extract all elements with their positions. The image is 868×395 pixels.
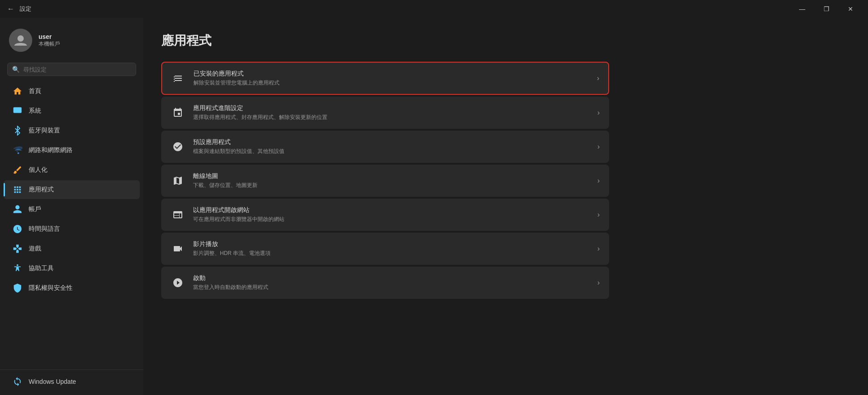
titlebar-title: 設定 (20, 5, 31, 13)
maximize-button[interactable]: ❐ (816, 2, 837, 16)
settings-item-installed-apps[interactable]: 已安裝的應用程式 解除安裝並管理您電腦上的應用程式 › (161, 62, 609, 95)
video-playback-chevron: › (597, 245, 600, 253)
startup-desc: 當您登入時自動啟動的應用程式 (193, 284, 589, 291)
home-icon (13, 86, 22, 96)
sidebar-item-network-label: 網路和網際網路 (29, 146, 73, 154)
sidebar-item-home[interactable]: 首頁 (4, 82, 140, 101)
close-button[interactable]: ✕ (840, 2, 861, 16)
app-container: user 本機帳戶 🔍 首頁 系統 (0, 18, 868, 395)
sidebar-item-personalize[interactable]: 個人化 (4, 161, 140, 179)
offline-maps-text: 離線地圖 下載、儲存位置、地圖更新 (193, 172, 589, 189)
default-apps-text: 預設應用程式 檔案與連結類型的預設值、其他預設值 (193, 138, 589, 155)
sidebar: user 本機帳戶 🔍 首頁 系統 (0, 18, 143, 395)
websites-desc: 可在應用程式而非瀏覽器中開啟的網站 (193, 216, 589, 223)
video-playback-text: 影片播放 影片調整、HDR 串流、電池選項 (193, 240, 589, 257)
user-subtitle: 本機帳戶 (39, 40, 60, 48)
advanced-settings-text: 應用程式進階設定 選擇取得應用程式、封存應用程式、解除安裝更新的位置 (193, 104, 589, 121)
offline-maps-chevron: › (597, 177, 600, 185)
settings-item-startup[interactable]: 啟動 當您登入時自動啟動的應用程式 › (161, 267, 609, 299)
default-apps-desc: 檔案與連結類型的預設值、其他預設值 (193, 148, 589, 155)
bluetooth-icon (13, 126, 22, 136)
settings-item-websites[interactable]: 以應用程式開啟網站 可在應用程式而非瀏覽器中開啟的網站 › (161, 199, 609, 231)
installed-apps-chevron: › (597, 74, 599, 82)
svg-point-0 (17, 35, 24, 42)
nav-items: 首頁 系統 藍牙與裝置 網路和網際網路 (0, 81, 143, 391)
sidebar-item-apps[interactable]: 應用程式 (4, 180, 140, 199)
sidebar-item-windowsupdate[interactable]: Windows Update (4, 372, 140, 391)
network-icon (13, 145, 22, 155)
sidebar-item-bluetooth-label: 藍牙與裝置 (29, 127, 60, 135)
websites-title: 以應用程式開啟網站 (193, 206, 589, 214)
search-box[interactable]: 🔍 (7, 63, 136, 76)
search-input[interactable] (23, 66, 131, 73)
settings-item-default-apps[interactable]: 預設應用程式 檔案與連結類型的預設值、其他預設值 › (161, 131, 609, 163)
gaming-icon (13, 244, 22, 254)
websites-text: 以應用程式開啟網站 可在應用程式而非瀏覽器中開啟的網站 (193, 206, 589, 223)
installed-apps-title: 已安裝的應用程式 (193, 70, 589, 78)
accessibility-icon (13, 263, 22, 273)
sidebar-item-privacy[interactable]: 隱私權與安全性 (4, 279, 140, 297)
video-playback-icon (171, 242, 185, 256)
personalize-icon (13, 165, 22, 175)
advanced-settings-desc: 選擇取得應用程式、封存應用程式、解除安裝更新的位置 (193, 114, 589, 121)
svg-point-3 (17, 264, 18, 266)
search-icon: 🔍 (12, 66, 20, 73)
startup-icon (171, 276, 185, 290)
titlebar-controls: — ❐ ✕ (792, 2, 861, 16)
user-profile[interactable]: user 本機帳戶 (0, 21, 143, 61)
back-button[interactable]: ← (7, 5, 14, 13)
offline-maps-icon (171, 174, 185, 188)
sidebar-item-system-label: 系統 (29, 107, 41, 115)
installed-apps-text: 已安裝的應用程式 解除安裝並管理您電腦上的應用程式 (193, 70, 589, 87)
nav-bottom: Windows Update (0, 370, 143, 391)
settings-item-advanced[interactable]: 應用程式進階設定 選擇取得應用程式、封存應用程式、解除安裝更新的位置 › (161, 97, 609, 129)
titlebar: ← 設定 — ❐ ✕ (0, 0, 868, 18)
minimize-button[interactable]: — (792, 2, 812, 16)
time-icon (13, 224, 22, 234)
video-playback-title: 影片播放 (193, 240, 589, 248)
sidebar-item-system[interactable]: 系統 (4, 102, 140, 120)
update-icon (13, 377, 22, 387)
sidebar-item-accounts-label: 帳戶 (29, 205, 41, 213)
user-info: user 本機帳戶 (39, 33, 60, 48)
main-content: 應用程式 已安裝的應用程式 解除安裝並管理您電腦上的應用程式 › 應 (143, 18, 868, 395)
websites-chevron: › (597, 211, 600, 219)
svg-rect-1 (13, 107, 21, 113)
avatar-icon (13, 33, 28, 47)
sidebar-item-windowsupdate-label: Windows Update (29, 378, 76, 385)
installed-apps-icon (171, 71, 185, 85)
sidebar-item-gaming-label: 遊戲 (29, 245, 41, 253)
user-name: user (39, 33, 60, 40)
sidebar-item-home-label: 首頁 (29, 87, 41, 95)
offline-maps-desc: 下載、儲存位置、地圖更新 (193, 182, 589, 189)
websites-icon (171, 208, 185, 222)
sidebar-item-accounts[interactable]: 帳戶 (4, 200, 140, 219)
default-apps-title: 預設應用程式 (193, 138, 589, 146)
page-title: 應用程式 (161, 32, 850, 49)
apps-icon (13, 185, 22, 195)
sidebar-item-time[interactable]: 時間與語言 (4, 220, 140, 238)
sidebar-item-time-label: 時間與語言 (29, 225, 60, 233)
sidebar-item-accessibility[interactable]: 協助工具 (4, 259, 140, 278)
sidebar-item-bluetooth[interactable]: 藍牙與裝置 (4, 121, 140, 140)
settings-item-offline-maps[interactable]: 離線地圖 下載、儲存位置、地圖更新 › (161, 165, 609, 197)
sidebar-item-apps-label: 應用程式 (29, 186, 54, 194)
sidebar-item-accessibility-label: 協助工具 (29, 264, 54, 272)
sidebar-item-gaming[interactable]: 遊戲 (4, 239, 140, 258)
sidebar-item-personalize-label: 個人化 (29, 166, 47, 174)
offline-maps-title: 離線地圖 (193, 172, 589, 180)
startup-text: 啟動 當您登入時自動啟動的應用程式 (193, 274, 589, 291)
default-apps-icon (171, 140, 185, 154)
settings-item-video-playback[interactable]: 影片播放 影片調整、HDR 串流、電池選項 › (161, 233, 609, 265)
advanced-settings-icon (171, 106, 185, 120)
default-apps-chevron: › (597, 143, 600, 151)
privacy-icon (13, 283, 22, 293)
advanced-settings-title: 應用程式進階設定 (193, 104, 589, 112)
settings-list: 已安裝的應用程式 解除安裝並管理您電腦上的應用程式 › 應用程式進階設定 選擇取… (161, 62, 609, 299)
sidebar-item-privacy-label: 隱私權與安全性 (29, 284, 73, 292)
sidebar-item-network[interactable]: 網路和網際網路 (4, 141, 140, 160)
svg-point-2 (17, 153, 19, 154)
installed-apps-desc: 解除安裝並管理您電腦上的應用程式 (193, 79, 589, 87)
startup-chevron: › (597, 279, 600, 287)
accounts-icon (13, 204, 22, 214)
